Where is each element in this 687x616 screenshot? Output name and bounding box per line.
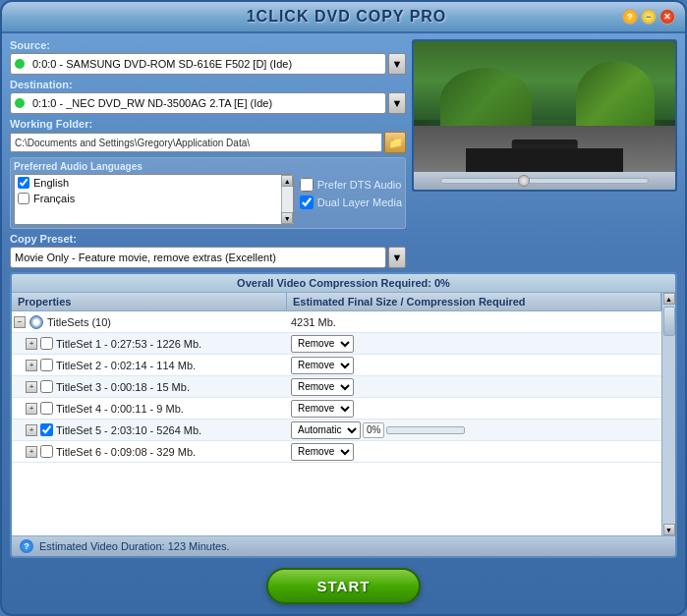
ts2-action-select[interactable]: Remove bbox=[291, 357, 354, 374]
cell-size-ts5: Automatic 0% bbox=[287, 421, 661, 439]
audio-list: English Français ▲ bbox=[14, 174, 294, 225]
video-scene bbox=[414, 41, 675, 172]
audio-title: Preferred Audio Languages bbox=[14, 161, 294, 172]
cell-props-ts3: + TitleSet 3 - 0:00:18 - 15 Mb. bbox=[12, 380, 287, 393]
status-text: Estimated Video Duration: 123 Minutes. bbox=[39, 540, 230, 552]
working-folder-input[interactable]: C:\Documents and Settings\Gregory\Applic… bbox=[10, 133, 382, 152]
ts6-checkbox[interactable] bbox=[40, 445, 53, 458]
audio-box: Preferred Audio Languages English bbox=[10, 157, 406, 229]
cell-size-ts6: Remove bbox=[287, 443, 661, 461]
cell-props-ts5: + TitleSet 5 - 2:03:10 - 5264 Mb. bbox=[12, 423, 287, 436]
expand-ts1[interactable]: + bbox=[26, 338, 37, 350]
video-content bbox=[414, 41, 675, 172]
audio-checkbox-english[interactable] bbox=[18, 177, 29, 189]
table-scroll-up[interactable]: ▲ bbox=[663, 293, 675, 305]
destination-status-dot bbox=[15, 98, 25, 108]
left-panel: Source: 0:0:0 - SAMSUNG DVD-ROM SD-616E … bbox=[10, 39, 406, 268]
copy-preset-row: Movie Only - Feature movie, remove extra… bbox=[10, 247, 406, 268]
table-scrollbar: ▲ ▼ bbox=[661, 293, 675, 535]
cell-size-ts4: Remove bbox=[287, 400, 661, 418]
close-button[interactable]: ✕ bbox=[659, 9, 675, 25]
destination-display[interactable]: 0:1:0 - _NEC DVD_RW ND-3500AG 2.TA [E] (… bbox=[10, 92, 386, 114]
copy-preset-dropdown-arrow[interactable]: ▼ bbox=[388, 247, 406, 268]
destination-label: Destination: bbox=[10, 79, 406, 90]
expand-ts2[interactable]: + bbox=[26, 360, 37, 371]
audio-item-english: English bbox=[15, 175, 281, 191]
expand-ts6[interactable]: + bbox=[26, 446, 37, 458]
audio-options: Prefer DTS Audio Dual Layer Media bbox=[300, 161, 402, 225]
table-scroll-thumb[interactable] bbox=[663, 307, 675, 336]
table-row: + TitleSet 6 - 0:09:08 - 329 Mb. Remove bbox=[12, 441, 661, 463]
video-slider-thumb[interactable] bbox=[518, 175, 530, 187]
dual-layer-row: Dual Layer Media bbox=[300, 196, 402, 209]
cell-props-titlesets: − TitleSets (10) bbox=[12, 315, 287, 329]
expand-ts4[interactable]: + bbox=[26, 403, 37, 415]
expand-ts5[interactable]: + bbox=[26, 424, 37, 436]
table-body: − TitleSets (10) 4231 Mb. + bbox=[12, 311, 661, 535]
copy-preset-display[interactable]: Movie Only - Feature movie, remove extra… bbox=[10, 247, 386, 268]
expand-titlesets[interactable]: − bbox=[14, 316, 26, 328]
ts5-percent: 0% bbox=[363, 422, 384, 438]
video-tree-right bbox=[576, 61, 655, 133]
th-properties: Properties bbox=[12, 293, 287, 310]
window-controls: ? − ✕ bbox=[622, 9, 675, 25]
expand-ts3[interactable]: + bbox=[26, 381, 37, 393]
video-slider[interactable] bbox=[440, 178, 650, 184]
working-folder-group: Working Folder: C:\Documents and Setting… bbox=[10, 118, 406, 153]
table-container: Properties Estimated Final Size / Compre… bbox=[12, 293, 661, 535]
source-display[interactable]: 0:0:0 - SAMSUNG DVD-ROM SD-616E F502 [D]… bbox=[10, 53, 386, 75]
ts6-label: TitleSet 6 - 0:09:08 - 329 Mb. bbox=[56, 446, 196, 458]
dual-layer-checkbox[interactable] bbox=[300, 196, 314, 209]
copy-preset-section: Copy Preset: Movie Only - Feature movie,… bbox=[10, 233, 406, 268]
table-row: + TitleSet 4 - 0:00:11 - 9 Mb. Remove bbox=[12, 398, 661, 420]
ts5-action-select[interactable]: Automatic bbox=[291, 421, 361, 439]
ts6-action-select[interactable]: Remove bbox=[291, 443, 354, 461]
table-row: + TitleSet 2 - 0:02:14 - 114 Mb. Remove bbox=[12, 355, 661, 376]
browse-button[interactable]: 📁 bbox=[384, 132, 406, 153]
table-scroll-down[interactable]: ▼ bbox=[663, 524, 675, 535]
source-group: Source: 0:0:0 - SAMSUNG DVD-ROM SD-616E … bbox=[10, 39, 406, 75]
table-row: + TitleSet 1 - 0:27:53 - 1226 Mb. Remove bbox=[12, 333, 661, 355]
destination-value: 0:1:0 - _NEC DVD_RW ND-3500AG 2.TA [E] (… bbox=[32, 97, 272, 109]
ts4-checkbox[interactable] bbox=[40, 402, 53, 415]
ts5-checkbox[interactable] bbox=[40, 423, 53, 436]
audio-label-francais: Français bbox=[33, 193, 75, 204]
source-status-dot bbox=[15, 59, 25, 69]
ts4-action-select[interactable]: Remove bbox=[291, 400, 354, 418]
audio-scroll-down[interactable]: ▼ bbox=[281, 212, 293, 224]
ts1-action-select[interactable]: Remove bbox=[291, 335, 354, 353]
table-row: + TitleSet 5 - 2:03:10 - 5264 Mb. Automa… bbox=[12, 420, 661, 441]
audio-item-francais: Français bbox=[15, 191, 281, 206]
start-button[interactable]: START bbox=[266, 568, 422, 604]
ts3-action-select[interactable]: Remove bbox=[291, 378, 354, 396]
table-row: − TitleSets (10) 4231 Mb. bbox=[12, 311, 661, 333]
ts2-checkbox[interactable] bbox=[40, 359, 53, 371]
destination-dropdown-arrow[interactable]: ▼ bbox=[388, 92, 406, 114]
audio-scroll-track bbox=[282, 187, 293, 212]
working-folder-value: C:\Documents and Settings\Gregory\Applic… bbox=[15, 138, 250, 148]
prefer-dts-checkbox[interactable] bbox=[300, 178, 314, 192]
status-bar: ? Estimated Video Duration: 123 Minutes. bbox=[12, 535, 675, 556]
dvd-icon bbox=[29, 315, 44, 329]
ts1-label: TitleSet 1 - 0:27:53 - 1226 Mb. bbox=[56, 338, 201, 350]
cell-size-ts1: Remove bbox=[287, 335, 661, 353]
destination-group: Destination: 0:1:0 - _NEC DVD_RW ND-3500… bbox=[10, 79, 406, 114]
ts1-checkbox[interactable] bbox=[40, 337, 53, 350]
compression-bar: Overall Video Compression Required: 0% bbox=[12, 274, 675, 293]
table-row: + TitleSet 3 - 0:00:18 - 15 Mb. Remove bbox=[12, 376, 661, 398]
audio-left: Preferred Audio Languages English bbox=[14, 161, 294, 225]
audio-checkbox-francais[interactable] bbox=[18, 193, 29, 204]
titlesets-size: 4231 Mb. bbox=[291, 316, 336, 328]
audio-scroll: English Français bbox=[15, 175, 281, 224]
video-tree-left bbox=[440, 68, 532, 134]
source-dropdown-arrow[interactable]: ▼ bbox=[388, 53, 406, 75]
minimize-button[interactable]: − bbox=[641, 9, 657, 25]
table-section: Properties Estimated Final Size / Compre… bbox=[12, 293, 675, 535]
help-button[interactable]: ? bbox=[622, 9, 638, 25]
working-folder-label: Working Folder: bbox=[10, 118, 406, 130]
working-folder-row: C:\Documents and Settings\Gregory\Applic… bbox=[10, 132, 406, 153]
audio-scroll-up[interactable]: ▲ bbox=[281, 175, 293, 187]
title-bar: 1CLICK DVD COPY PRO ? − ✕ bbox=[2, 2, 685, 33]
ts3-checkbox[interactable] bbox=[40, 380, 53, 393]
copy-preset-value: Movie Only - Feature movie, remove extra… bbox=[15, 252, 276, 263]
